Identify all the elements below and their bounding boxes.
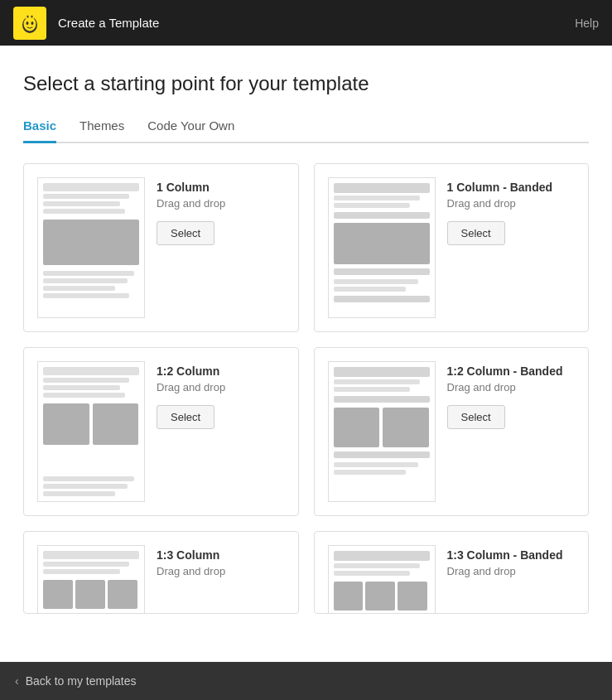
template-card-1-2col-banded[interactable]: 1:2 Column - Banded Drag and drop Select xyxy=(314,347,590,516)
template-type-1-2col: Drag and drop xyxy=(157,381,285,393)
mailchimp-logo-icon xyxy=(13,7,46,40)
template-preview-1col xyxy=(37,177,145,318)
template-type-1col-banded: Drag and drop xyxy=(447,197,576,210)
footer-bar[interactable]: ‹ Back to my templates xyxy=(0,662,612,700)
template-info-1-2col-banded: 1:2 Column - Banded Drag and drop Select xyxy=(447,361,576,429)
template-type-1-3col: Drag and drop xyxy=(157,565,285,577)
template-preview-1-2col-banded xyxy=(328,361,436,502)
template-name-1col: 1 Column xyxy=(157,181,285,194)
svg-point-2 xyxy=(27,22,29,25)
template-card-1col[interactable]: 1 Column Drag and drop Select xyxy=(23,163,299,332)
svg-point-4 xyxy=(26,13,34,22)
header-left: Create a Template xyxy=(13,7,159,40)
mailchimp-icon xyxy=(18,12,41,35)
template-name-1-3col-banded: 1:3 Column - Banded xyxy=(447,548,576,562)
template-info-1-3col: 1:3 Column Drag and drop xyxy=(157,545,285,589)
header-title: Create a Template xyxy=(58,16,159,30)
tabs-nav: Basic Themes Code Your Own xyxy=(23,118,589,143)
tab-code-your-own[interactable]: Code Your Own xyxy=(147,118,234,143)
main-content: Select a starting point for your templat… xyxy=(0,46,612,680)
template-preview-1-3col xyxy=(37,545,145,614)
select-button-1-2col[interactable]: Select xyxy=(157,405,214,429)
template-info-1col-banded: 1 Column - Banded Drag and drop Select xyxy=(447,177,576,245)
template-name-1-2col: 1:2 Column xyxy=(157,364,285,378)
back-arrow-icon: ‹ xyxy=(15,674,19,688)
template-type-1-3col-banded: Drag and drop xyxy=(447,565,576,577)
template-card-1-3col[interactable]: 1:3 Column Drag and drop xyxy=(23,531,299,614)
select-button-1col[interactable]: Select xyxy=(157,221,214,245)
template-name-1-2col-banded: 1:2 Column - Banded xyxy=(447,364,576,378)
template-info-1-2col: 1:2 Column Drag and drop Select xyxy=(157,361,285,429)
template-grid: 1 Column Drag and drop Select xyxy=(23,163,589,680)
template-card-1-2col[interactable]: 1:2 Column Drag and drop Select xyxy=(23,347,299,516)
tab-themes[interactable]: Themes xyxy=(80,118,124,143)
template-name-1-3col: 1:3 Column xyxy=(157,548,285,562)
svg-point-6 xyxy=(31,15,33,17)
svg-point-5 xyxy=(27,15,29,17)
help-button[interactable]: Help xyxy=(575,17,599,30)
template-card-1col-banded[interactable]: 1 Column - Banded Drag and drop Select xyxy=(314,163,590,332)
page-title: Select a starting point for your templat… xyxy=(23,72,589,95)
template-info-1col: 1 Column Drag and drop Select xyxy=(157,177,285,245)
app-header: Create a Template Help xyxy=(0,0,612,46)
svg-point-3 xyxy=(31,22,34,25)
template-preview-1-2col xyxy=(37,361,145,502)
template-name-1col-banded: 1 Column - Banded xyxy=(447,181,576,194)
template-card-1-3col-banded[interactable]: 1:3 Column - Banded Drag and drop xyxy=(314,531,590,614)
template-info-1-3col-banded: 1:3 Column - Banded Drag and drop xyxy=(447,545,576,589)
select-button-1-2col-banded[interactable]: Select xyxy=(447,405,505,429)
select-button-1col-banded[interactable]: Select xyxy=(447,221,505,245)
template-preview-1-3col-banded xyxy=(328,545,436,614)
template-type-1col: Drag and drop xyxy=(157,197,285,210)
tab-basic[interactable]: Basic xyxy=(23,118,56,143)
back-to-templates-link[interactable]: Back to my templates xyxy=(26,674,137,688)
template-preview-1col-banded xyxy=(328,177,436,318)
template-type-1-2col-banded: Drag and drop xyxy=(447,381,576,393)
